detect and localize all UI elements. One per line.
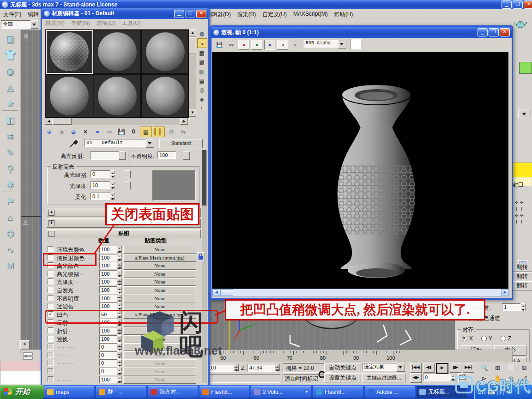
align-axis-Z[interactable]: Z xyxy=(501,335,511,342)
zoom-region-icon[interactable]: ⧉ xyxy=(518,363,531,373)
sh-spinner[interactable] xyxy=(110,193,115,200)
material-editor-titlebar[interactable]: 材质编辑器 - 01 - Default ▁ ❐ ✕ xyxy=(42,8,208,19)
car-icon[interactable]: ⌂ xyxy=(2,210,18,224)
selection-filter-arrow[interactable] xyxy=(30,20,38,29)
map-checkbox[interactable] xyxy=(48,336,54,342)
specular-map-shortcut[interactable] xyxy=(119,151,126,160)
zoom-extents-icon[interactable]: ⬜ xyxy=(504,363,518,373)
cap-label[interactable]: 封口 xyxy=(513,181,524,189)
auto-key-button[interactable]: 自动关键点 xyxy=(324,363,361,372)
map-amount-spinner[interactable] xyxy=(117,359,122,366)
task-button-6[interactable]: Adobe ... xyxy=(365,386,415,398)
map-amount-spinner[interactable] xyxy=(117,254,122,261)
map-type-button[interactable]: None xyxy=(123,295,196,302)
map-amount-spinner[interactable] xyxy=(117,295,122,302)
flip-button-0[interactable]: 翻转 xyxy=(512,263,532,272)
key-filters-button[interactable]: 关键点过滤器... xyxy=(362,373,405,382)
vfb-scroll-thumb[interactable] xyxy=(220,289,233,296)
slots-vscrollbar[interactable]: ▲ ▼ xyxy=(189,29,196,117)
coord-x-spinner[interactable] xyxy=(234,364,239,371)
show-map-in-viewport-icon[interactable]: ▦ xyxy=(140,127,152,137)
render-frame-window[interactable]: 透视, 帧 0 (1:1) ▁ ❐ ✕ RGB Alpha 💾⚯●●●◑●✕ xyxy=(210,25,513,300)
vfb-hscrollbar[interactable]: ◀ ▶ xyxy=(212,289,509,296)
alpha-channel-button[interactable]: ◑ xyxy=(277,40,288,50)
task-button-5[interactable]: Flash8... xyxy=(313,386,363,398)
main-menu-item-r4[interactable]: 自定义(U) xyxy=(259,10,290,19)
map-amount-spinner[interactable] xyxy=(117,262,122,269)
task-dropdown-arrow[interactable]: ▼ xyxy=(305,390,308,394)
sample-uv-tiling-icon[interactable]: ▩ xyxy=(197,58,206,66)
map-checkbox[interactable] xyxy=(48,287,54,293)
map-type-button[interactable]: None xyxy=(123,286,196,294)
render-teapot-icon[interactable] xyxy=(513,18,528,30)
task-button-2[interactable]: 浩方对... xyxy=(148,386,198,398)
go-forward-icon[interactable]: ⇆ xyxy=(178,127,189,137)
slots-scroll-thumb[interactable] xyxy=(189,37,196,54)
align-axis-Y[interactable]: Y xyxy=(481,335,492,342)
map-amount-spinner[interactable] xyxy=(117,368,122,375)
vfb-close-button[interactable]: ✕ xyxy=(500,28,510,36)
map-checkbox[interactable] xyxy=(48,376,54,382)
sh-map-shortcut[interactable] xyxy=(124,170,131,178)
zoom-icon[interactable]: 🔍 xyxy=(478,363,491,373)
main-menu-item-r6[interactable]: 帮助(H) xyxy=(331,10,357,19)
sh-field[interactable]: 0 xyxy=(91,170,112,178)
align-axis-radio[interactable] xyxy=(462,336,467,341)
main-menu-item-r5[interactable]: MAXScript(M) xyxy=(290,10,331,19)
slots-scroll-right[interactable]: ▶ xyxy=(180,118,188,125)
map-checkbox[interactable] xyxy=(48,368,54,374)
timeline-ruler[interactable]: 5060708090100 xyxy=(207,350,513,363)
sh-map-shortcut[interactable] xyxy=(124,181,131,189)
channel-display-arrow[interactable] xyxy=(338,40,346,48)
ball-icon[interactable]: ◉ xyxy=(2,64,18,78)
me-minimize-button[interactable]: ▁ xyxy=(174,10,184,18)
main-menu-item-0[interactable]: 文件(F) xyxy=(0,10,24,19)
cloud-m-icon[interactable]: M xyxy=(2,259,18,273)
opacity-map-shortcut[interactable] xyxy=(183,151,190,160)
go-start-button[interactable]: |◀◀ xyxy=(410,363,422,373)
channel-display-combo[interactable]: RGB Alpha xyxy=(304,40,346,48)
background-checker-icon[interactable]: ▦ xyxy=(197,48,206,57)
map-checkbox[interactable] xyxy=(48,360,54,366)
rollout-bar-贴图[interactable]: -贴图 xyxy=(47,229,201,238)
sample-slot-2[interactable] xyxy=(94,30,141,74)
map-amount-spinner[interactable] xyxy=(117,246,122,253)
globe-star-icon[interactable]: ✪ xyxy=(2,226,18,241)
star-icon[interactable]: ★ xyxy=(2,96,18,111)
main-menu-item-r3[interactable]: 渲染(R) xyxy=(234,10,260,19)
map-type-button[interactable]: None xyxy=(123,368,196,375)
next-frame-button[interactable]: ▮▶ xyxy=(450,363,461,373)
task-button-4[interactable]: 2 Volu...▼ xyxy=(251,386,311,398)
map-type-button[interactable]: None xyxy=(123,246,196,254)
play-button[interactable]: ▶ xyxy=(436,363,448,374)
set-key-button[interactable]: 设置关键点 xyxy=(324,373,361,382)
put-to-library-icon[interactable]: 💾 xyxy=(116,127,127,137)
key-mode-toggle-button[interactable]: ◀▶ xyxy=(410,373,422,383)
map-checkbox[interactable] xyxy=(48,344,54,350)
gear-icon[interactable]: ✱ xyxy=(2,177,18,192)
map-type-button[interactable]: None xyxy=(123,270,196,278)
maxscript-mini-listener-white[interactable] xyxy=(0,371,42,386)
slots-hscrollbar[interactable]: ◀ ▶ xyxy=(45,118,188,125)
main-close-button[interactable]: ✕ xyxy=(524,0,532,9)
coord-z-spinner[interactable] xyxy=(275,364,280,371)
vfb-restore-button[interactable]: ❐ xyxy=(489,28,499,36)
material-navigator-icon[interactable]: ⁝ xyxy=(197,104,206,113)
assign-to-selection-icon[interactable]: ⬙ xyxy=(68,127,79,137)
spin-top-icon[interactable]: ◬ xyxy=(2,80,18,94)
map-checkbox[interactable] xyxy=(48,352,54,358)
backlight-icon[interactable]: ◒ xyxy=(197,38,207,48)
panel-dropdown-arrow[interactable] xyxy=(518,109,531,118)
map-checkbox[interactable] xyxy=(48,303,54,309)
map-type-button[interactable]: None xyxy=(123,278,196,286)
material-name-arrow[interactable] xyxy=(146,139,154,148)
opacity-spinner[interactable] xyxy=(174,151,179,158)
get-material-icon[interactable]: 🜨 xyxy=(44,127,55,137)
map-type-button[interactable]: None xyxy=(123,376,196,384)
sh-field[interactable]: 10 xyxy=(91,181,112,189)
map-channel-field[interactable]: 1 xyxy=(502,303,522,311)
me-menu-item-0[interactable]: 材质(M) xyxy=(42,18,68,28)
map-amount-spinner[interactable] xyxy=(117,270,122,277)
cubes-icon[interactable]: ▣ xyxy=(2,31,18,46)
sample-slot-5[interactable] xyxy=(94,74,141,118)
